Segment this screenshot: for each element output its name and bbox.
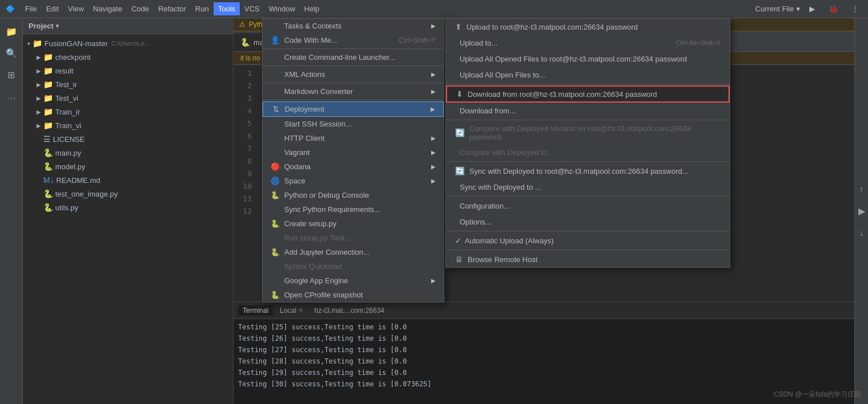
train-ir-folder-icon: 📁 — [43, 107, 53, 116]
sidebar-icon-project[interactable]: 📁 — [3, 23, 20, 40]
tree-item-test-one-image[interactable]: ▶ 🐍 test_one_image.py — [23, 187, 233, 201]
tools-cprofile[interactable]: 🐍 Open CProfile snapshot — [263, 288, 444, 302]
tools-qodana[interactable]: 🔴 Qodana ▶ — [263, 160, 444, 174]
tools-markdown[interactable]: Markdown Converter ▶ — [263, 84, 444, 99]
deploy-sync-root[interactable]: 🔄 Sync with Deployed to root@hz-t3.matpo… — [446, 163, 730, 179]
tools-cli[interactable]: Create Command-line Launcher... — [263, 50, 444, 64]
sidebar-down-icon[interactable]: ↓ — [853, 225, 869, 242]
current-file-selector[interactable]: Current File ▾ — [755, 5, 800, 13]
tools-create-setup[interactable]: 🐍 Create setup.py — [263, 217, 444, 231]
run-button[interactable]: ▶ — [805, 2, 820, 15]
tools-vagrant[interactable]: Vagrant ▶ — [263, 145, 444, 160]
tree-item-main-py[interactable]: ▶ 🐍 main.py — [23, 146, 233, 160]
tree-item-test-vi[interactable]: ▶ 📁 Test_vi — [23, 91, 233, 105]
space-icon: 🌀 — [271, 177, 280, 185]
tree-item-train-vi[interactable]: ▶ 📁 Train_vi — [23, 119, 233, 132]
sidebar-play-icon[interactable]: ▶ — [853, 203, 869, 220]
terminal-tab-main[interactable]: Terminal — [238, 305, 273, 316]
deployment-label: Deployment — [285, 105, 324, 113]
tools-python-debug[interactable]: 🐍 Python or Debug Console — [263, 188, 444, 202]
deploy-upload-all-opened[interactable]: Upload All Opened Files to root@hz-t3.ma… — [446, 51, 730, 67]
qodana-label: Qodana — [284, 162, 310, 171]
deploy-browse-remote[interactable]: 🖥 Browse Remote Host — [446, 251, 730, 267]
compare-deployed-label: Compare with Deployed Version on root@hz… — [469, 124, 720, 141]
tools-run-setup[interactable]: Run setup.py Task... — [263, 231, 444, 245]
qodana-icon: 🔴 — [271, 162, 280, 171]
deploy-upload-all-open[interactable]: Upload All Open Files to... — [446, 67, 730, 83]
deploy-configuration[interactable]: Configuration... — [446, 198, 730, 214]
result-folder-icon: 📁 — [43, 66, 53, 75]
add-jupyter-label: Add Jupyter Connection... — [284, 248, 370, 256]
tools-space[interactable]: 🌀 Space ▶ — [263, 174, 444, 188]
sidebar-icon-structure[interactable]: ⊞ — [3, 66, 20, 83]
license-icon: ☰ — [43, 134, 51, 144]
tree-item-utils-py[interactable]: ▶ 🐍 utils.py — [23, 201, 233, 214]
menu-navigate[interactable]: Navigate — [88, 2, 126, 15]
tree-root[interactable]: ▾ 📁 FusionGAN-master C:\Users\Le... — [23, 36, 233, 50]
sidebar-icon-search[interactable]: 🔍 — [3, 44, 20, 62]
python-debug-icon: 🐍 — [271, 191, 280, 199]
sidebar-icon-more[interactable]: … — [3, 88, 20, 105]
upload-all-open-label: Upload All Open Files to... — [460, 71, 545, 79]
tools-xml[interactable]: XML Actions ▶ — [263, 67, 444, 81]
tools-tasks[interactable]: Tasks & Contexts ▶ — [263, 19, 444, 33]
tools-code-with-me[interactable]: 👤 Code With Me... Ctrl+Shift+Y — [263, 33, 444, 47]
menu-refactor[interactable]: Refactor — [154, 2, 191, 15]
more-button[interactable]: ⋮ — [847, 2, 863, 15]
upload-root-icon: ⬆ — [455, 22, 462, 31]
terminal-tab-remote[interactable]: hz-t3.mat....com:26634 — [310, 305, 389, 316]
tree-item-train-ir[interactable]: ▶ 📁 Train_ir — [23, 105, 233, 119]
tree-item-model-py[interactable]: ▶ 🐍 model.py — [23, 160, 233, 173]
tools-ssh[interactable]: Start SSH Session... — [263, 117, 444, 131]
menu-vcs[interactable]: VCS — [240, 2, 264, 15]
tree-item-result[interactable]: ▶ 📁 result — [23, 64, 233, 77]
tools-sphinx[interactable]: Sphinx Quickstart — [263, 259, 444, 274]
deploy-download-from[interactable]: Download from... — [446, 103, 730, 119]
train-vi-arrow-icon: ▶ — [36, 123, 41, 129]
tools-deployment[interactable]: ⇅ Deployment ▶ — [263, 101, 444, 117]
menu-tools[interactable]: Tools — [214, 2, 240, 15]
deploy-auto-upload[interactable]: ✓ Automatic Upload (Always) — [446, 232, 730, 248]
deploy-download-root[interactable]: ⬇ Download from root@hz-t3.matpool.com:2… — [446, 85, 730, 103]
menu-view[interactable]: View — [63, 2, 88, 15]
deploy-upload-to[interactable]: Upload to... Ctrl+Alt+Shift+X — [446, 35, 730, 51]
tools-sync-requirements[interactable]: Sync Python Requirements... — [263, 202, 444, 217]
deploy-compare-deployed[interactable]: 🔄 Compare with Deployed Version on root@… — [446, 121, 730, 144]
root-path: C:\Users\Le... — [111, 40, 149, 47]
tree-item-checkpoint[interactable]: ▶ 📁 checkpoint — [23, 50, 233, 64]
tools-http[interactable]: HTTP Client ▶ — [263, 131, 444, 145]
main-py-icon: 🐍 — [43, 148, 53, 157]
terminal-local-close[interactable]: ✕ — [298, 307, 303, 313]
menu-window[interactable]: Window — [264, 2, 300, 15]
menu-edit[interactable]: Edit — [42, 2, 63, 15]
tree-item-test-ir[interactable]: ▶ 📁 Test_ir — [23, 77, 233, 91]
debug-button[interactable]: 🐞 — [824, 2, 842, 15]
test-one-image-name: test_one_image.py — [55, 190, 118, 198]
app-logo: 🔷 — [6, 5, 15, 13]
menu-code[interactable]: Code — [127, 2, 154, 15]
project-chevron[interactable]: ▾ — [56, 23, 59, 29]
train-vi-folder-icon: 📁 — [43, 121, 53, 130]
deploy-upload-root[interactable]: ⬆ Upload to root@hz-t3.matpool.com:26634… — [446, 19, 730, 35]
vagrant-submenu-icon: ▶ — [431, 149, 436, 156]
tree-item-readme[interactable]: ▶ M↓ README.md — [23, 173, 233, 187]
result-arrow-icon: ▶ — [36, 68, 41, 74]
sphinx-label: Sphinx Quickstart — [284, 262, 342, 271]
xml-submenu-icon: ▶ — [431, 71, 436, 77]
sidebar-up-icon[interactable]: ↑ — [853, 181, 869, 198]
download-from-label: Download from... — [460, 107, 515, 115]
code-with-me-label: Code With Me... — [284, 36, 337, 44]
menu-run[interactable]: Run — [191, 2, 214, 15]
tools-google-app[interactable]: Google App Engine ▶ — [263, 274, 444, 288]
terminal-tab-local[interactable]: Local ✕ — [275, 305, 308, 316]
tools-add-jupyter[interactable]: 🐍 Add Jupyter Connection... — [263, 245, 444, 259]
warning-icon: ⚠ — [239, 21, 245, 28]
deploy-options[interactable]: Options... — [446, 214, 730, 230]
menu-help[interactable]: Help — [300, 2, 324, 15]
watermark: CSDN @一朵fafa的学习庄园 — [773, 390, 861, 399]
deploy-sync-to[interactable]: Sync with Deployed to ... — [446, 179, 730, 195]
deploy-compare-to[interactable]: Compare with Deployed to ... — [446, 144, 730, 160]
terminal-line-2: Testing [26] success,Testing time is [0.… — [238, 333, 850, 344]
tree-item-license[interactable]: ▶ ☰ LICENSE — [23, 132, 233, 146]
menu-file[interactable]: File — [21, 2, 42, 15]
